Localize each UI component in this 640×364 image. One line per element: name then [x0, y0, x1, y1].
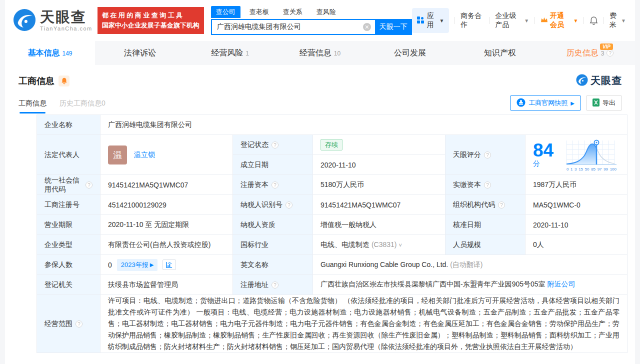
reg-status-label: 登记状态	[240, 140, 268, 150]
tab-company-development[interactable]: 公司发展	[365, 41, 455, 65]
help-icon[interactable]: ?	[86, 182, 92, 188]
tab-intellectual-property[interactable]: 知识产权	[455, 41, 545, 65]
score-label: 天眼评分	[453, 150, 481, 160]
nav-apps[interactable]: 应用 ▼	[412, 8, 450, 33]
reg-status-label-cell: 登记状态 ?	[233, 135, 313, 155]
table-row: 企业名称 广西润雄电缆集团有限公司	[37, 115, 628, 135]
main-tabbar: 基本信息 149 法律诉讼 经营风险 1 经营信息 10 公司发展 知识产权 V…	[5, 41, 635, 65]
establish-date-label: 成立日期	[233, 155, 313, 175]
clear-icon[interactable]: ✕	[363, 23, 371, 31]
address-value: 广西壮族自治区崇左市扶绥县渠黎镇广西中国-东盟青年产业园905号05室	[320, 280, 546, 288]
address-label: 注册地址	[240, 280, 268, 290]
notification-bell[interactable]	[590, 16, 598, 25]
auto-translate-note: (自动翻译)	[450, 260, 482, 268]
export-button[interactable]: 导出	[586, 96, 622, 110]
tab-basic-info[interactable]: 基本信息 149	[5, 41, 95, 65]
nearby-companies-link[interactable]: 附近公司	[547, 280, 575, 288]
nav-enterprise[interactable]: 企业级产品 ▼	[495, 12, 529, 30]
help-icon[interactable]: ?	[498, 202, 505, 208]
tab-label: 经营风险	[211, 48, 243, 58]
watermark-text: 天眼查	[590, 74, 622, 88]
official-snapshot-button[interactable]: 工商官网快照 ▶	[510, 96, 581, 110]
promo-line1: 都在用的商业查询工具	[102, 10, 200, 20]
tianyancha-logo[interactable]: 天眼查 TianYanCha.com	[13, 8, 92, 33]
score-distribution-chart[interactable]: 0 1 3 15 50 85 97 99 100	[564, 138, 620, 172]
header-actions: 工商官网快照 ▶ 导出	[510, 96, 622, 114]
help-icon[interactable]: ?	[272, 282, 278, 288]
search-tab-relation[interactable]: 查关系	[278, 6, 308, 18]
taxpayer-id-value: 91451421MA5Q1WMC07	[313, 195, 446, 215]
help-icon[interactable]: ?	[272, 182, 278, 188]
search-button[interactable]: 天眼一下	[375, 19, 412, 35]
tab-count: 3	[601, 50, 604, 57]
score-label-cell: 天眼评分 ?	[446, 135, 526, 175]
subtab-business-registration[interactable]: 工商信息	[18, 99, 46, 114]
subtab-row: 工商信息 历史工商信息0 工商官网快照 ▶	[18, 96, 622, 114]
search-tab-risk[interactable]: 查风险	[312, 6, 341, 18]
arrow-right-icon: ▶	[150, 262, 154, 268]
stamp-icon	[516, 98, 526, 108]
help-icon[interactable]: ?	[272, 142, 278, 148]
nav-enterprise-label: 企业级产品	[495, 12, 523, 30]
search-tab-boss[interactable]: 查老板	[244, 6, 274, 18]
nav-cooperation[interactable]: 商务合作	[460, 12, 484, 30]
search-tabs: 查公司 查老板 查关系 查风险	[211, 6, 412, 18]
tick-label: 100	[610, 167, 616, 172]
tab-business-risk[interactable]: 经营风险 1	[185, 41, 275, 65]
tab-label: 经营信息	[300, 48, 332, 58]
reg-capital-label: 注册资本	[240, 180, 268, 190]
business-scope-label: 经营范围	[44, 320, 72, 328]
search-tab-company[interactable]: 查公司	[211, 6, 240, 18]
divider	[584, 17, 584, 24]
top-nav: 应用 ▼ 商务合作 企业级产品 ▼ 开通会员 ▼	[412, 8, 626, 33]
tab-legal-proceedings[interactable]: 法律诉讼	[95, 41, 185, 65]
reg-number-value: 451421000129029	[100, 195, 233, 215]
help-icon[interactable]: ?	[76, 320, 82, 328]
table-row: 法定代表人 温 温立锁 登记状态 ? 存续	[37, 135, 628, 155]
nav-apps-label: 应用	[427, 12, 436, 30]
tab-business-info[interactable]: 经营信息 10	[275, 41, 365, 65]
avatar[interactable]: 温	[108, 146, 127, 164]
tick-label: 85	[591, 167, 596, 172]
tab-history-info[interactable]: VIP 历史信息 3 ?	[545, 41, 635, 65]
insured-label: 参保人数	[37, 255, 100, 275]
paid-capital-value: 1987万人民币	[526, 175, 628, 195]
search-input[interactable]	[211, 19, 375, 35]
help-icon[interactable]: ?	[484, 182, 491, 188]
company-type-label: 企业类型	[37, 235, 100, 255]
insured-count: 0	[108, 261, 112, 269]
legal-rep-link[interactable]: 温立锁	[134, 150, 155, 160]
nav-open-vip[interactable]: 开通会员 ▼	[540, 12, 578, 30]
org-code-label: 组织机构代码	[453, 200, 495, 210]
subscribe-bell-icon[interactable]	[58, 76, 70, 86]
tick-label: 3	[574, 167, 576, 172]
search-module: 查公司 查老板 查关系 查风险 ✕ 天眼一下	[211, 6, 412, 35]
nav-user[interactable]: 费米 ▼	[610, 12, 626, 30]
annual-report-label: 2023年报	[121, 260, 148, 270]
tab-label: 基本信息	[28, 48, 60, 58]
annual-report-link[interactable]: 2023年报 ▶	[117, 259, 158, 271]
business-scope-label-cell: 经营范围 ?	[37, 295, 100, 353]
help-icon[interactable]: ?	[484, 152, 491, 158]
taxpayer-id-label: 纳税人识别号	[240, 200, 282, 210]
insured-trend-button[interactable]	[162, 260, 176, 270]
watermark-logo: 天眼查	[576, 74, 622, 88]
reg-authority-value: 扶绥县市场监督管理局	[100, 275, 233, 295]
promo-badge: 都在用的商业查询工具 国家中小企业发展子基金旗下机构	[98, 7, 204, 34]
arrow-right-icon: ▶	[570, 100, 574, 106]
industry-value: 电线、电缆制造	[320, 240, 370, 248]
tab-count: 1	[246, 50, 249, 57]
chevron-down-icon: ▼	[439, 18, 444, 24]
nav-user-label: 费米	[610, 12, 620, 30]
paid-capital-label: 实缴资本	[453, 180, 481, 190]
help-icon[interactable]: ?	[606, 50, 614, 56]
staff-size-label: 人员规模	[446, 235, 526, 255]
chevron-down-icon[interactable]: ˅	[398, 242, 402, 248]
help-icon[interactable]: ?	[286, 202, 292, 208]
subtab-history-registration[interactable]: 历史工商信息0	[60, 99, 106, 114]
tab-label: 法律诉讼	[124, 48, 156, 58]
section-title: 工商信息	[18, 75, 54, 87]
tick-label: 99	[604, 167, 608, 172]
english-name-cell: Guangxi Runxiong Cable Group Co., Ltd. (…	[313, 255, 628, 275]
score-value: 84	[533, 140, 554, 160]
